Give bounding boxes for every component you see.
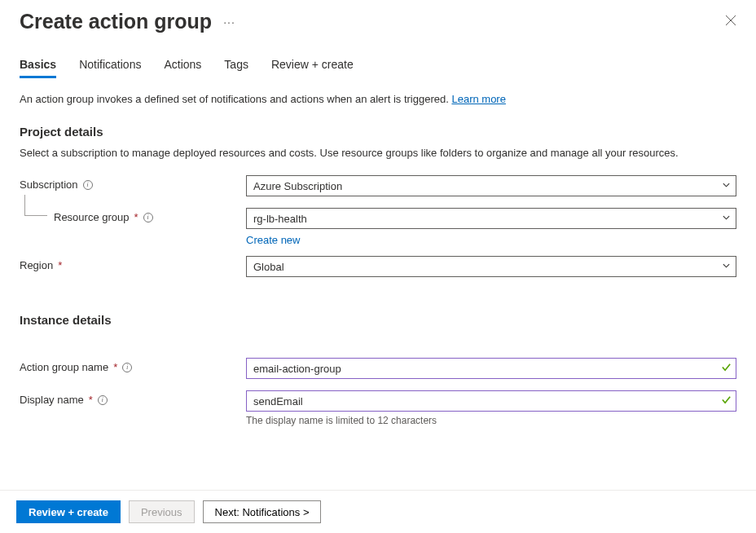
header: Create action group ··· [20,10,736,33]
tab-actions[interactable]: Actions [164,58,201,78]
chevron-down-icon [722,261,731,273]
info-icon[interactable]: i [98,395,108,405]
display-name-helper: The display name is limited to 12 charac… [246,415,736,426]
learn-more-link[interactable]: Learn more [451,93,505,105]
action-group-name-label: Action group name [20,361,108,373]
required-indicator: * [134,211,138,223]
project-details-desc: Select a subscription to manage deployed… [20,147,736,159]
indent-line [24,195,47,216]
resource-group-label: Resource group [54,211,130,223]
check-icon [721,362,732,375]
subscription-label: Subscription [20,178,78,191]
project-details-heading: Project details [20,125,736,139]
display-name-input[interactable] [246,390,736,412]
required-indicator: * [58,259,62,271]
chevron-down-icon [722,213,731,225]
display-name-label: Display name [20,394,84,406]
instance-details-heading: Instance details [20,313,736,327]
info-icon[interactable]: i [122,363,132,372]
chevron-down-icon [722,180,731,192]
tab-basics[interactable]: Basics [20,58,56,78]
next-button[interactable]: Next: Notifications > [203,500,322,523]
footer: Review + create Previous Next: Notificat… [0,490,756,533]
create-new-link[interactable]: Create new [246,234,736,246]
action-group-name-input[interactable] [246,358,736,379]
review-create-button[interactable]: Review + create [16,500,121,523]
tab-review-create[interactable]: Review + create [271,58,354,78]
previous-button: Previous [129,500,195,523]
tab-notifications[interactable]: Notifications [79,58,141,78]
close-icon[interactable] [725,15,736,29]
info-icon[interactable]: i [143,213,153,222]
tabs: Basics Notifications Actions Tags Review… [20,58,736,78]
resource-group-select[interactable]: rg-lb-health [246,208,736,229]
region-select[interactable]: Global [246,256,736,277]
required-indicator: * [113,361,117,373]
intro-text: An action group invokes a defined set of… [20,93,736,105]
region-label: Region [20,259,53,271]
more-actions-icon[interactable]: ··· [223,15,235,29]
required-indicator: * [89,394,93,406]
info-icon[interactable]: i [83,180,93,190]
subscription-select[interactable]: Azure Subscription [246,175,736,196]
tab-tags[interactable]: Tags [224,58,248,78]
page-title: Create action group [20,10,212,33]
check-icon [721,394,732,407]
